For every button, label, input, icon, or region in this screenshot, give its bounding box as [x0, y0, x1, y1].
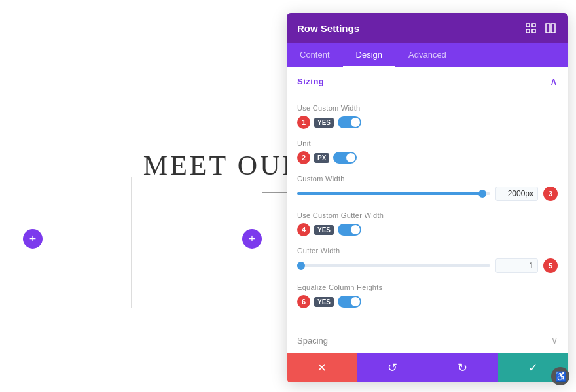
- add-section-button-left[interactable]: +: [23, 229, 43, 249]
- panel-footer: ✕ ↺ ↻ ✓: [287, 353, 568, 382]
- spacing-expand-icon[interactable]: ∨: [551, 335, 558, 346]
- gutter-width-label: Gutter Width: [297, 247, 558, 255]
- redo-button[interactable]: ↻: [427, 353, 498, 382]
- accessibility-icon: ♿: [551, 367, 569, 385]
- panel-body: Sizing ∧ Use Custom Width 1 YES: [287, 67, 568, 353]
- unit-value-label: PX: [314, 153, 329, 163]
- panel-header-icons: [524, 21, 558, 35]
- equalize-columns-toggle[interactable]: [338, 296, 361, 308]
- svg-rect-3: [532, 29, 535, 33]
- gutter-width-input[interactable]: [495, 258, 538, 273]
- column-divider: [131, 177, 132, 308]
- use-custom-gutter-row: Use Custom Gutter Width 4 YES: [297, 211, 558, 236]
- spacing-section: Spacing ∨: [287, 327, 568, 353]
- tab-advanced[interactable]: Advanced: [395, 43, 459, 67]
- custom-width-slider-track[interactable]: [297, 192, 490, 195]
- custom-width-slider-thumb[interactable]: [478, 190, 486, 198]
- gutter-width-slider-row: 5: [297, 258, 558, 273]
- sizing-collapse-icon[interactable]: ∧: [550, 75, 558, 88]
- cancel-button[interactable]: ✕: [287, 353, 357, 382]
- panel-tabs: Content Design Advanced: [287, 43, 568, 67]
- step-5-badge: 5: [543, 258, 558, 273]
- unit-toggle-group: 2 PX: [297, 151, 558, 164]
- use-custom-gutter-toggle[interactable]: [338, 224, 361, 236]
- use-custom-width-toggle-group: 1 YES: [297, 116, 558, 129]
- panel-title: Row Settings: [297, 23, 359, 34]
- tab-content[interactable]: Content: [287, 43, 343, 67]
- sizing-section-content: Use Custom Width 1 YES Unit 2 PX: [287, 96, 568, 327]
- sizing-section-header: Sizing ∧: [287, 67, 568, 96]
- equalize-columns-row: Equalize Column Heights 6 YES: [297, 283, 558, 308]
- custom-width-slider-fill: [297, 192, 482, 195]
- gutter-width-slider-thumb[interactable]: [297, 262, 305, 270]
- use-custom-gutter-toggle-group: 4 YES: [297, 223, 558, 236]
- custom-width-slider-row: 3: [297, 187, 558, 201]
- use-custom-width-row: Use Custom Width 1 YES: [297, 104, 558, 129]
- step-6-badge: 6: [297, 295, 310, 308]
- use-custom-width-yes-label: YES: [314, 118, 334, 128]
- use-custom-gutter-label: Use Custom Gutter Width: [297, 211, 558, 219]
- row-settings-panel: Row Settings Content Design Advanced: [287, 13, 568, 382]
- step-4-badge: 4: [297, 223, 310, 236]
- gutter-width-slider-track[interactable]: [297, 264, 490, 267]
- add-section-button-right[interactable]: +: [242, 229, 262, 249]
- svg-rect-5: [551, 24, 555, 33]
- custom-width-row: Custom Width 3: [297, 175, 558, 201]
- focus-icon[interactable]: [524, 21, 538, 35]
- use-custom-gutter-yes-label: YES: [314, 225, 334, 235]
- equalize-columns-yes-label: YES: [314, 297, 334, 307]
- use-custom-width-label: Use Custom Width: [297, 104, 558, 112]
- svg-rect-1: [532, 24, 535, 27]
- step-2-badge: 2: [297, 151, 310, 164]
- unit-label: Unit: [297, 139, 558, 147]
- unit-toggle[interactable]: [333, 152, 357, 164]
- unit-row: Unit 2 PX: [297, 139, 558, 164]
- custom-width-label: Custom Width: [297, 175, 558, 183]
- spacing-section-title: Spacing: [297, 336, 328, 346]
- undo-button[interactable]: ↺: [357, 353, 428, 382]
- svg-rect-2: [526, 29, 530, 33]
- custom-width-input[interactable]: [495, 187, 538, 201]
- tab-design[interactable]: Design: [343, 43, 395, 67]
- equalize-columns-label: Equalize Column Heights: [297, 283, 558, 291]
- svg-rect-4: [546, 24, 550, 33]
- gutter-width-row: Gutter Width 5: [297, 247, 558, 273]
- spacing-section-header[interactable]: Spacing ∨: [287, 327, 568, 353]
- svg-rect-0: [526, 24, 530, 27]
- columns-icon[interactable]: [543, 21, 558, 35]
- use-custom-width-toggle[interactable]: [338, 116, 361, 128]
- panel-header: Row Settings: [287, 13, 568, 43]
- sizing-section-title: Sizing: [297, 77, 324, 86]
- step-1-badge: 1: [297, 116, 310, 129]
- step-3-badge: 3: [543, 187, 558, 201]
- equalize-columns-toggle-group: 6 YES: [297, 295, 558, 308]
